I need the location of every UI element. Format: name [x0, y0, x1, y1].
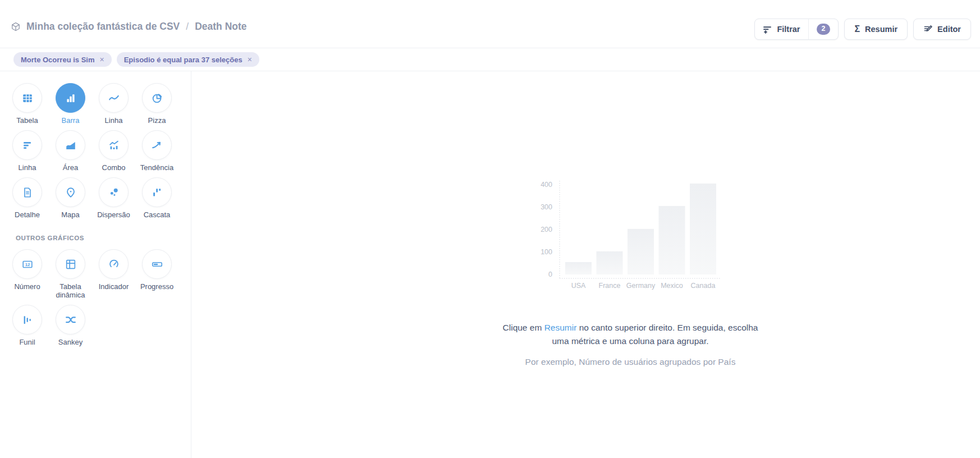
funnel-icon — [12, 305, 42, 335]
chart-type-label: Mapa — [61, 210, 80, 219]
filter-icon — [763, 25, 772, 34]
x-axis-tick-label: Mexico — [661, 282, 683, 290]
chart-type-linha-row[interactable]: Linha — [6, 130, 49, 172]
chart-type-tabela[interactable]: Tabela — [6, 83, 49, 125]
number-icon: 12 — [12, 249, 42, 279]
filter-count-badge: 2 — [817, 24, 831, 35]
breadcrumb-separator: / — [185, 21, 190, 33]
breadcrumb-collection[interactable]: Minha coleção fantástica de CSV — [26, 21, 180, 33]
x-axis-tick-label: Germany — [626, 282, 656, 290]
gauge-icon — [99, 249, 129, 279]
placeholder-bar-chart: 0100200300400USAFranceGermanyMexicoCanad… — [528, 174, 730, 295]
chart-type-sankey[interactable]: Sankey — [49, 305, 92, 346]
chart-type-label: Tendência — [140, 163, 173, 172]
placeholder-bar — [597, 251, 623, 274]
combo-chart-icon — [99, 130, 129, 160]
y-axis-tick-label: 100 — [541, 248, 552, 256]
filter-pill-morte-ocorreu[interactable]: Morte Ocorreu is Sim × — [13, 52, 112, 67]
chart-type-label: Dispersão — [97, 210, 130, 219]
chart-type-linha[interactable]: Linha — [92, 83, 135, 125]
chart-type-indicador[interactable]: Indicador — [92, 249, 135, 299]
filter-pill-label: Episodio é equal para 37 seleções — [124, 56, 242, 64]
summarize-button[interactable]: Σ Resumir — [844, 19, 908, 40]
table-icon — [12, 83, 42, 113]
pie-chart-icon — [142, 83, 172, 113]
remove-filter-icon[interactable]: × — [248, 55, 252, 64]
editor-button-label: Editor — [937, 25, 961, 34]
chart-type-label: Sankey — [58, 338, 83, 346]
chart-type-label: Indicador — [99, 282, 129, 291]
chart-type-label: Cascata — [144, 210, 171, 219]
filter-button[interactable]: Filtrar — [755, 19, 808, 39]
filter-pill-label: Morte Ocorreu is Sim — [21, 56, 94, 64]
placeholder-bar — [565, 262, 592, 274]
filter-pill-episodio[interactable]: Episodio é equal para 37 seleções × — [117, 52, 259, 67]
line-chart-icon — [99, 83, 129, 113]
instruction-text: Clique em — [503, 323, 544, 332]
header-actions: Filtrar 2 Σ Resumir Editor — [754, 19, 971, 40]
trend-icon — [142, 130, 172, 160]
row-chart-icon — [12, 130, 42, 160]
chart-type-dispersao[interactable]: Dispersão — [92, 177, 135, 219]
chart-type-label: Funil — [19, 338, 35, 346]
map-pin-icon — [56, 177, 85, 207]
chart-type-label: Combo — [102, 163, 126, 172]
chart-type-label: Linha — [19, 163, 36, 172]
bar-chart-icon — [56, 83, 85, 113]
chart-type-mapa[interactable]: Mapa — [49, 177, 92, 219]
area-chart-icon — [56, 130, 85, 160]
pivot-table-icon — [56, 249, 85, 279]
chart-type-label: Tabela dinâmica — [49, 282, 92, 299]
placeholder-bar — [628, 229, 654, 274]
placeholder-bar — [690, 184, 716, 274]
collection-cube-icon — [10, 21, 21, 33]
chart-type-grid: Tabela Barra Linha — [6, 83, 191, 219]
chart-type-label: Linha — [105, 116, 123, 125]
chart-type-label: Tabela — [16, 116, 38, 125]
chart-type-numero[interactable]: 12 Número — [6, 249, 49, 299]
svg-text:12: 12 — [25, 262, 30, 267]
chart-type-area[interactable]: Área — [49, 130, 92, 172]
remove-filter-icon[interactable]: × — [99, 55, 104, 64]
chart-type-progresso[interactable]: Progresso — [135, 249, 178, 299]
x-axis-tick-label: USA — [571, 282, 586, 290]
detail-icon — [12, 177, 42, 207]
empty-state-example: Por exemplo, Número de usuários agrupado… — [498, 357, 762, 367]
progress-icon — [142, 249, 172, 279]
chart-type-label: Pizza — [148, 116, 166, 125]
chart-type-combo[interactable]: Combo — [92, 130, 135, 172]
y-axis-tick-label: 200 — [541, 226, 552, 233]
chart-type-label: Detalhe — [15, 210, 40, 219]
filter-button-group: Filtrar 2 — [754, 19, 839, 40]
chart-type-label: Área — [63, 163, 78, 172]
breadcrumb-question-title[interactable]: Death Note — [195, 21, 246, 33]
chart-type-tabela-dinamica[interactable]: Tabela dinâmica — [49, 249, 92, 299]
other-charts-section-title: OUTROS GRÁFICOS — [16, 235, 191, 241]
scatter-icon — [99, 177, 129, 207]
question-header: Minha coleção fantástica de CSV / Death … — [0, 0, 980, 48]
chart-type-detalhe[interactable]: Detalhe — [6, 177, 49, 219]
x-axis-tick-label: France — [599, 282, 621, 290]
filter-pills-row: Morte Ocorreu is Sim × Episodio é equal … — [0, 48, 980, 71]
sigma-icon: Σ — [854, 25, 860, 34]
chart-type-barra[interactable]: Barra — [49, 83, 92, 125]
summarize-link[interactable]: Resumir — [544, 323, 577, 332]
breadcrumb: Minha coleção fantástica de CSV / Death … — [10, 21, 247, 33]
notebook-editor-icon — [923, 25, 932, 34]
chart-type-label: Progresso — [140, 282, 173, 291]
y-axis-tick-label: 400 — [541, 181, 552, 189]
waterfall-icon — [142, 177, 172, 207]
chart-type-funil[interactable]: Funil — [6, 305, 49, 346]
editor-button[interactable]: Editor — [913, 19, 971, 40]
x-axis-tick-label: Canada — [691, 282, 716, 290]
chart-type-label: Barra — [62, 116, 80, 125]
chart-type-cascata[interactable]: Cascata — [135, 177, 178, 219]
sankey-icon — [56, 305, 85, 335]
empty-state-instructions: Clique em Resumir no canto superior dire… — [498, 321, 762, 348]
visualization-sidebar: Tabela Barra Linha — [0, 71, 191, 458]
chart-type-tendencia[interactable]: Tendência — [135, 130, 178, 172]
chart-type-pizza[interactable]: Pizza — [135, 83, 178, 125]
y-axis-tick-label: 300 — [541, 203, 552, 211]
placeholder-bar — [659, 206, 685, 274]
filter-count-section[interactable]: 2 — [809, 19, 839, 39]
